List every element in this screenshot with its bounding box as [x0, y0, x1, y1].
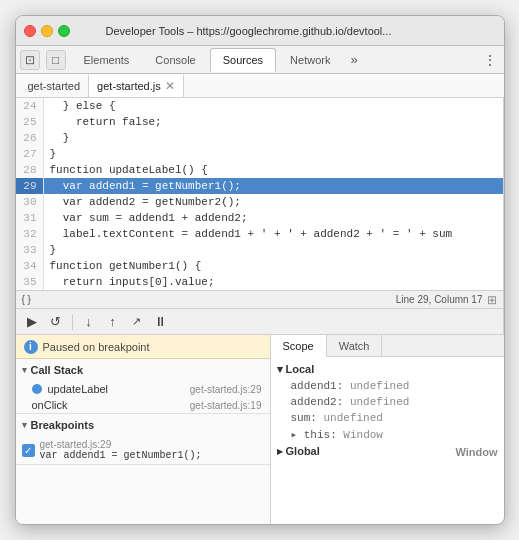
status-bracket: { }: [22, 294, 31, 305]
scope-content: ▾ Local addend1: undefined addend2: unde…: [271, 357, 504, 524]
scope-local-header[interactable]: ▾ Local: [271, 361, 504, 378]
code-line-30[interactable]: 30 var addend2 = getNumber2();: [16, 194, 503, 210]
code-line-35[interactable]: 35 return inputs[0].value;: [16, 274, 503, 290]
code-area[interactable]: 24 } else {25 return false;26 }27}28func…: [16, 98, 503, 290]
status-bar: { } Line 29, Column 17 ⊞: [16, 290, 503, 308]
file-tab-close-icon[interactable]: ✕: [165, 79, 175, 93]
code-line-31[interactable]: 31 var sum = addend1 + addend2;: [16, 210, 503, 226]
line-number-30: 30: [16, 194, 44, 210]
debug-toolbar: ▶ ↺ ↓ ↑ ↗ ⏸: [16, 308, 503, 334]
scope-var-addend1: addend1: undefined: [271, 378, 504, 394]
titlebar: Developer Tools – https://googlechrome.g…: [16, 16, 504, 46]
nav-tabs: ⊡ □ Elements Console Sources Network » ⋮: [16, 46, 504, 74]
line-content-26: }: [44, 130, 503, 146]
scope-var-addend2: addend2: undefined: [271, 394, 504, 410]
line-number-25: 25: [16, 114, 44, 130]
info-icon: i: [24, 340, 38, 354]
tab-console[interactable]: Console: [143, 48, 207, 72]
code-line-27[interactable]: 27}: [16, 146, 503, 162]
line-number-28: 28: [16, 162, 44, 178]
code-line-29[interactable]: 29 var addend1 = getNumber1();: [16, 178, 503, 194]
device-icon[interactable]: □: [46, 50, 66, 70]
breakpoint-item-0[interactable]: ✓ get-started.js:29 var addend1 = getNum…: [16, 436, 270, 464]
line-content-27: }: [44, 146, 503, 162]
code-line-33[interactable]: 33}: [16, 242, 503, 258]
call-stack-section: ▾ Call Stack updateLabel get-started.js:…: [16, 359, 270, 414]
line-number-35: 35: [16, 274, 44, 290]
resume-button[interactable]: ▶: [22, 312, 42, 332]
line-number-27: 27: [16, 146, 44, 162]
code-line-28[interactable]: 28function updateLabel() {: [16, 162, 503, 178]
scope-var-sum: sum: undefined: [271, 410, 504, 426]
breakpoints-list: ✓ get-started.js:29 var addend1 = getNum…: [16, 436, 270, 464]
deactivate-button[interactable]: ↗: [127, 312, 147, 332]
file-tabs: get-started get-started.js ✕: [16, 74, 504, 98]
line-content-34: function getNumber1() {: [44, 258, 503, 274]
code-line-32[interactable]: 32 label.textContent = addend1 + ' + ' +…: [16, 226, 503, 242]
step-out-button[interactable]: ↑: [103, 312, 123, 332]
breakpoint-banner: i Paused on breakpoint: [16, 335, 270, 359]
scope-var-this: ▸ this: Window: [271, 426, 504, 443]
line-number-34: 34: [16, 258, 44, 274]
line-content-29: var addend1 = getNumber1();: [44, 178, 503, 194]
breakpoints-header[interactable]: ▾ Breakpoints: [16, 414, 270, 436]
window-title: Developer Tools – https://googlechrome.g…: [15, 25, 496, 37]
callstack-triangle: ▾: [22, 365, 27, 375]
tab-sources[interactable]: Sources: [210, 48, 276, 72]
breakpoint-checkbox-0[interactable]: ✓: [22, 444, 35, 457]
tab-elements[interactable]: Elements: [72, 48, 142, 72]
call-stack-item-0[interactable]: updateLabel get-started.js:29: [16, 381, 270, 397]
line-content-31: var sum = addend1 + addend2;: [44, 210, 503, 226]
breakpoints-triangle: ▾: [22, 420, 27, 430]
breakpoints-section: ▾ Breakpoints ✓ get-started.js:29 var ad…: [16, 414, 270, 465]
callstack-icon-0: [32, 384, 42, 394]
code-panel: 24 } else {25 return false;26 }27}28func…: [16, 98, 504, 334]
tabs-more-button[interactable]: »: [344, 52, 363, 67]
line-number-32: 32: [16, 226, 44, 242]
devtools-window: Developer Tools – https://googlechrome.g…: [15, 15, 505, 525]
line-content-32: label.textContent = addend1 + ' + ' + ad…: [44, 226, 503, 242]
step-into-button[interactable]: ↓: [79, 312, 99, 332]
tab-network[interactable]: Network: [278, 48, 342, 72]
line-number-29: 29: [16, 178, 44, 194]
line-number-26: 26: [16, 130, 44, 146]
call-stack-header[interactable]: ▾ Call Stack: [16, 359, 270, 381]
call-stack-item-1[interactable]: onClick get-started.js:19: [16, 397, 270, 413]
status-position: Line 29, Column 17 ⊞: [396, 293, 497, 307]
status-scroll-icon: ⊞: [487, 293, 497, 307]
code-line-25[interactable]: 25 return false;: [16, 114, 503, 130]
right-panel: Scope Watch ▾ Local addend1: undefined a…: [271, 335, 504, 524]
pause-button[interactable]: ⏸: [151, 312, 171, 332]
step-over-button[interactable]: ↺: [46, 312, 66, 332]
left-panel: i Paused on breakpoint ▾ Call Stack upda…: [16, 335, 271, 524]
line-content-25: return false;: [44, 114, 503, 130]
tab-menu-icon[interactable]: ⋮: [480, 50, 500, 70]
inspect-icon[interactable]: ⊡: [20, 50, 40, 70]
line-content-35: return inputs[0].value;: [44, 274, 503, 290]
line-content-33: }: [44, 242, 503, 258]
scope-tab-watch[interactable]: Watch: [327, 335, 383, 356]
scope-tab-scope[interactable]: Scope: [271, 335, 327, 357]
file-tab-get-started[interactable]: get-started: [20, 75, 90, 97]
line-number-31: 31: [16, 210, 44, 226]
line-number-33: 33: [16, 242, 44, 258]
code-line-34[interactable]: 34function getNumber1() {: [16, 258, 503, 274]
code-line-24[interactable]: 24 } else {: [16, 98, 503, 114]
line-content-30: var addend2 = getNumber2();: [44, 194, 503, 210]
line-content-24: } else {: [44, 98, 503, 114]
toolbar-separator: [72, 314, 73, 330]
scope-global-header[interactable]: ▸ Global Window: [271, 443, 504, 460]
file-tab-get-started-js[interactable]: get-started.js ✕: [89, 75, 184, 97]
line-content-28: function updateLabel() {: [44, 162, 503, 178]
line-number-24: 24: [16, 98, 44, 114]
scope-tabs: Scope Watch: [271, 335, 504, 357]
bottom-split: i Paused on breakpoint ▾ Call Stack upda…: [16, 334, 504, 524]
main-content: 24 } else {25 return false;26 }27}28func…: [16, 98, 504, 334]
tab-menu: ⋮: [480, 50, 500, 70]
code-line-26[interactable]: 26 }: [16, 130, 503, 146]
